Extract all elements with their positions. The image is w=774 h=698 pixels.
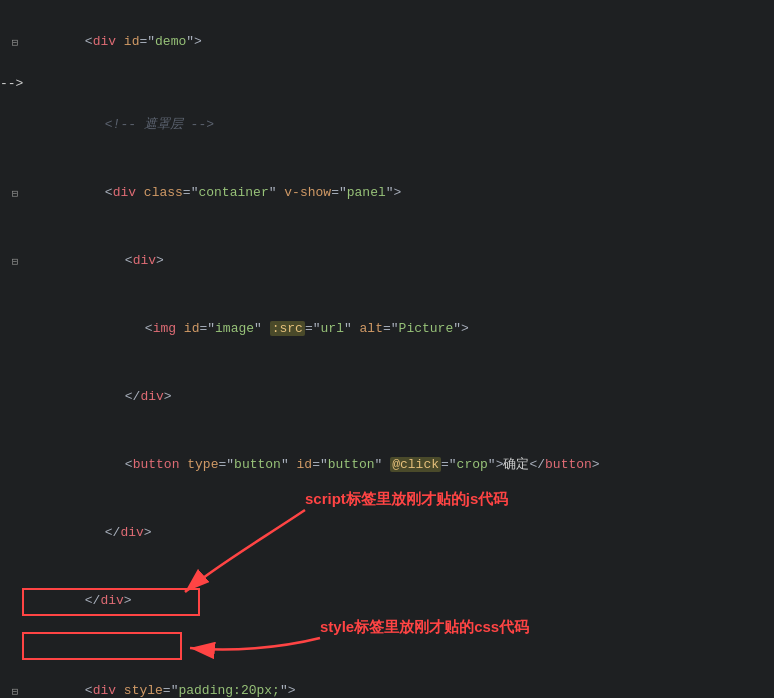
gutter-3: ⊟ xyxy=(0,187,30,200)
gutter-4: ⊟ xyxy=(0,255,30,268)
line-5: <img id="image" :src="url" alt="Picture"… xyxy=(0,295,774,363)
fold-icon-1[interactable]: ⊟ xyxy=(12,36,19,49)
line-7: <button type="button" id="button" @click… xyxy=(0,431,774,499)
gutter-10: ⊟ xyxy=(0,685,30,698)
code-line-10: <div style="padding:20px;"> xyxy=(30,658,774,698)
line-10: ⊟ <div style="padding:20px;"> xyxy=(0,657,774,698)
code-line-4: <div> xyxy=(30,228,774,294)
code-line-8: </div> xyxy=(30,500,774,566)
annotation-script-label: script标签里放刚才贴的js代码 xyxy=(305,490,508,509)
annotation-style-label: style标签里放刚才贴的css代码 xyxy=(320,618,529,637)
code-line-7: <button type="button" id="button" @click… xyxy=(30,432,774,498)
line-2: <!-- 遮罩层 --> xyxy=(0,91,774,159)
code-line-6: </div> xyxy=(30,364,774,430)
line-4: ⊟ <div> xyxy=(0,227,774,295)
line-empty1 xyxy=(0,635,774,657)
code-line-1: <div id="demo"> xyxy=(30,9,774,75)
code-line-5: <img id="image" :src="url" alt="Picture"… xyxy=(30,296,774,362)
fold-icon-4[interactable]: ⊟ xyxy=(12,255,19,268)
fold-icon-10[interactable]: ⊟ xyxy=(12,685,19,698)
line-8: </div> xyxy=(0,499,774,567)
line-3: ⊟ <div class="container" v-show="panel"> xyxy=(0,159,774,227)
code-line-2: <!-- 遮罩层 --> xyxy=(30,92,774,158)
line-6: </div> xyxy=(0,363,774,431)
code-line-3: <div class="container" v-show="panel"> xyxy=(30,160,774,226)
editor-container: ⊟ <div id="demo"> --> <!-- 遮罩层 --> ⊟ <di… xyxy=(0,0,774,698)
fold-icon-3[interactable]: ⊟ xyxy=(12,187,19,200)
gutter-1: ⊟ xyxy=(0,36,30,49)
line-1: ⊟ <div id="demo"> xyxy=(0,8,774,76)
